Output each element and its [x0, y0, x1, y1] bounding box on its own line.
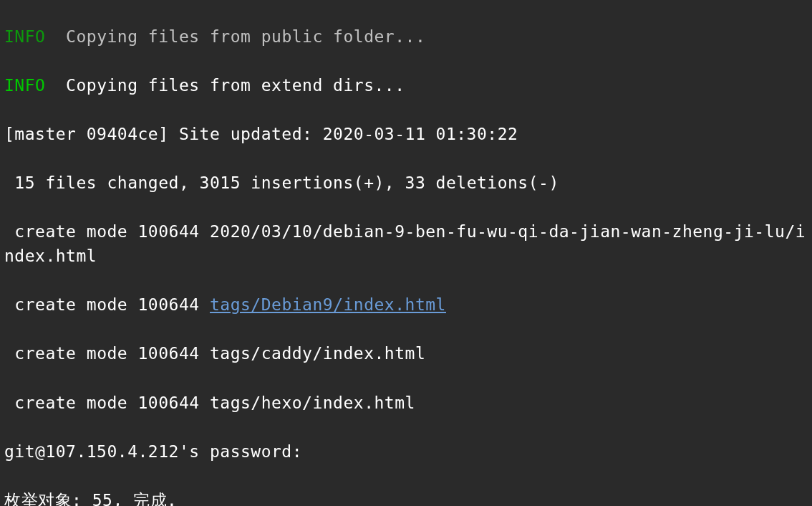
file-link[interactable]: tags/Debian9/index.html	[210, 295, 446, 314]
log-line: 15 files changed, 3015 insertions(+), 33…	[4, 171, 808, 195]
terminal-output[interactable]: INFO Copying files from public folder...…	[0, 0, 812, 506]
log-line: INFO Copying files from public folder...	[4, 24, 808, 49]
log-line: INFO Copying files from extend dirs...	[4, 73, 808, 97]
log-line: git@107.150.4.212's password:	[4, 439, 808, 464]
log-line: create mode 100644 tags/Debian9/index.ht…	[4, 292, 808, 317]
info-label: INFO	[4, 76, 45, 95]
log-text: Copying files from public folder...	[45, 27, 425, 46]
log-line: create mode 100644 tags/hexo/index.html	[4, 391, 808, 415]
log-line: create mode 100644 tags/caddy/index.html	[4, 341, 808, 366]
log-text: Copying files from extend dirs...	[45, 76, 405, 95]
info-label: INFO	[4, 27, 45, 46]
log-line: [master 09404ce] Site updated: 2020-03-1…	[4, 122, 808, 146]
log-line: create mode 100644 2020/03/10/debian-9-b…	[4, 219, 808, 268]
log-text: create mode 100644	[4, 295, 210, 314]
log-line: 枚举对象: 55, 完成.	[4, 488, 808, 506]
